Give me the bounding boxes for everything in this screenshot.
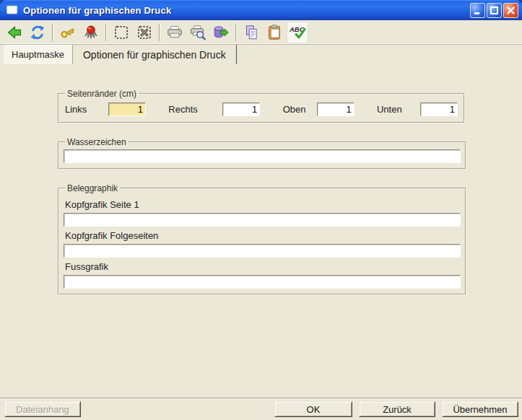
watermark-input[interactable] [64, 149, 461, 163]
watermark-group: Wasserzeichen [58, 137, 466, 170]
margin-bottom-pair: Unten [377, 102, 458, 116]
print-button[interactable] [164, 22, 186, 43]
footer-graphic-input[interactable] [64, 275, 461, 289]
apply-button[interactable]: Übernehmen [442, 401, 518, 417]
ok-button[interactable]: OK [274, 401, 352, 417]
paste-icon [266, 24, 283, 41]
window-controls [470, 3, 518, 18]
toolbar: ABC [0, 20, 522, 45]
margin-bottom-input[interactable] [420, 102, 458, 116]
attachment-button[interactable]: Dateianhang [4, 401, 81, 417]
footer-graphic-label: Fussgrafik [65, 261, 461, 272]
back-button[interactable] [4, 22, 25, 43]
selection-icon [113, 24, 130, 41]
maximize-button[interactable] [487, 3, 502, 18]
close-button[interactable] [503, 3, 518, 18]
maximize-icon [489, 5, 500, 16]
key-button[interactable] [57, 22, 79, 43]
paste-button[interactable] [264, 22, 285, 43]
print-preview-icon [189, 24, 206, 41]
button-bar: Dateianhang OK Zurück Übernehmen [0, 398, 522, 420]
clear-selection-icon [136, 24, 153, 41]
refresh-button[interactable] [27, 22, 48, 43]
margin-right-label: Rechts [168, 104, 222, 115]
pin-icon [82, 24, 100, 41]
tab-hauptmaske[interactable]: Hauptmaske [4, 45, 73, 64]
close-icon [505, 5, 516, 16]
toolbar-separator [52, 24, 53, 41]
toolbar-separator [235, 24, 237, 41]
back-icon [6, 24, 23, 41]
back-button-footer[interactable]: Zurück [359, 401, 435, 417]
minimize-icon [472, 5, 483, 16]
tab-bar: Hauptmaske Optionen für graphischen Druc… [0, 45, 522, 64]
key-icon [59, 24, 77, 41]
window-title: Optionen für graphischen Druck [23, 5, 470, 16]
copy-button[interactable] [240, 22, 262, 43]
pin-button[interactable] [80, 22, 102, 43]
margin-left-label: Links [65, 104, 108, 115]
export-icon [212, 24, 230, 41]
spellcheck-icon: ABC [289, 24, 306, 41]
margin-right-input[interactable] [222, 102, 260, 116]
margins-row: Links Rechts Oben Unten [64, 101, 459, 117]
copy-icon [243, 24, 260, 41]
header-graphic-following-label: Kopfgrafik Folgeseiten [65, 230, 461, 241]
margin-left-pair: Links [65, 102, 146, 116]
export-button[interactable] [210, 22, 232, 43]
watermark-legend: Wasserzeichen [65, 137, 129, 147]
toolbar-separator [105, 24, 107, 41]
dialog-window: Optionen für graphischen Druck [0, 0, 522, 420]
margin-top-input[interactable] [317, 102, 354, 116]
margins-group: Seitenränder (cm) Links Rechts Oben Unte… [58, 89, 465, 123]
margin-top-pair: Oben [283, 102, 354, 116]
margin-top-label: Oben [283, 104, 317, 115]
tab-optionen-graphischer-druck[interactable]: Optionen für graphischen Druck [73, 45, 237, 64]
margin-left-input[interactable] [108, 102, 146, 116]
header-graphic-page1-label: Kopfgrafik Seite 1 [65, 199, 461, 210]
header-graphic-page1-input[interactable] [64, 213, 461, 227]
tab-label: Optionen für graphischen Druck [83, 49, 226, 61]
margin-right-pair: Rechts [168, 102, 260, 116]
header-graphic-following-input[interactable] [64, 244, 461, 258]
document-graphics-legend: Beleggraphik [65, 183, 120, 193]
clear-selection-button[interactable] [134, 22, 155, 43]
spellcheck-button[interactable]: ABC [287, 22, 308, 43]
toolbar-separator [159, 24, 160, 41]
tab-label: Hauptmaske [12, 49, 64, 60]
refresh-icon [29, 24, 46, 41]
selection-button[interactable] [110, 22, 132, 43]
print-icon [166, 24, 183, 41]
print-preview-button[interactable] [187, 22, 209, 43]
title-bar: Optionen für graphischen Druck [0, 0, 522, 20]
document-graphics-group: Beleggraphik Kopfgrafik Seite 1 Kopfgraf… [58, 183, 466, 295]
tab-panel: Seitenränder (cm) Links Rechts Oben Unte… [0, 64, 522, 398]
window-icon [4, 2, 20, 18]
margins-legend: Seitenränder (cm) [65, 89, 139, 99]
minimize-button[interactable] [470, 3, 485, 18]
margin-bottom-label: Unten [377, 104, 420, 115]
